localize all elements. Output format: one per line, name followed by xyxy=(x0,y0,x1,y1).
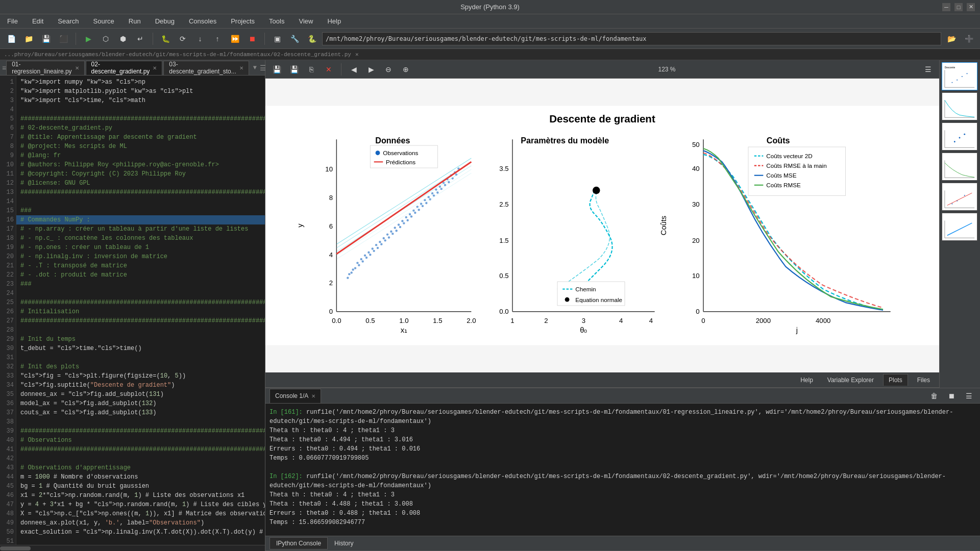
copy-plot-button[interactable]: ⎘ xyxy=(304,62,318,77)
plot-area: Descente de gradient Données y xyxy=(265,79,939,372)
svg-point-52 xyxy=(364,254,366,256)
svg-point-103 xyxy=(593,187,600,194)
thumbnail-6[interactable] xyxy=(942,213,977,241)
plot-options-button[interactable]: ☰ xyxy=(921,62,935,77)
menu-help[interactable]: Help xyxy=(324,16,344,26)
menu-projects[interactable]: Projects xyxy=(228,16,258,26)
continue-button[interactable]: ⏩ xyxy=(228,32,242,46)
svg-text:x₁: x₁ xyxy=(401,326,407,334)
svg-point-85 xyxy=(376,151,380,155)
maximize-button[interactable]: □ xyxy=(954,3,963,11)
step-out-button[interactable]: ↑ xyxy=(210,32,225,46)
run-cell-advance-button[interactable]: ⬢ xyxy=(116,32,130,46)
thumbnail-5[interactable] xyxy=(942,183,977,211)
h-scrollbar-thumb[interactable] xyxy=(0,546,31,550)
add-path-button[interactable]: ➕ xyxy=(962,32,976,46)
svg-point-62 xyxy=(401,220,403,222)
debug-button[interactable]: 🐛 xyxy=(158,32,173,46)
path-input[interactable]: /mnt/home2/phroy/Bureau/seriousgames/ble… xyxy=(322,32,941,45)
line-numbers: 1234567891011121314151617181920212223242… xyxy=(0,76,16,545)
new-file-button[interactable]: 📄 xyxy=(4,32,18,46)
step-button[interactable]: ⟳ xyxy=(176,32,190,46)
tab-regression-close[interactable]: ✕ xyxy=(75,65,79,71)
run-line-button[interactable]: ↵ xyxy=(133,32,148,46)
svg-text:4: 4 xyxy=(619,317,623,324)
svg-text:j: j xyxy=(796,326,798,334)
menu-search[interactable]: Search xyxy=(55,16,82,26)
tab-stochastic[interactable]: 03-descente_gradient_sto... ✕ xyxy=(163,61,249,75)
tab-overflow-button[interactable]: ▼ xyxy=(250,64,260,71)
thumbnail-3[interactable] xyxy=(942,122,977,151)
console-tab-close[interactable]: ✕ xyxy=(311,393,315,399)
svg-text:50: 50 xyxy=(692,141,700,148)
plot-tab-files[interactable]: Files xyxy=(912,374,935,386)
menu-view[interactable]: View xyxy=(296,16,316,26)
step-into-button[interactable]: ↓ xyxy=(193,32,207,46)
settings-button[interactable]: 🔧 xyxy=(287,32,302,46)
tab-descente[interactable]: 02-descente_gradient.py ✕ xyxy=(86,61,163,75)
svg-text:Coûts RMSE à la main: Coûts RMSE à la main xyxy=(766,162,827,169)
minimize-button[interactable]: ─ xyxy=(942,3,950,11)
plot-svg: Descente de gradient Données y xyxy=(265,79,939,372)
toggle-panel-button[interactable]: ▣ xyxy=(270,32,284,46)
save-all-button[interactable]: ⬛ xyxy=(56,32,70,46)
svg-point-107 xyxy=(565,297,570,302)
menu-edit[interactable]: Edit xyxy=(29,16,46,26)
next-plot-button[interactable]: ▶ xyxy=(364,62,378,77)
svg-point-155 xyxy=(951,204,952,205)
menu-tools[interactable]: Tools xyxy=(266,16,287,26)
run-cell-button[interactable]: ⬡ xyxy=(99,32,113,46)
svg-text:20: 20 xyxy=(692,237,700,244)
toolbar: 📄 📁 💾 ⬛ ▶ ⬡ ⬢ ↵ 🐛 ⟳ ↓ ↑ ⏩ ⏹ ▣ 🔧 🐍 /mnt/h… xyxy=(0,29,980,49)
zoom-plus-button[interactable]: ⊕ xyxy=(399,62,413,77)
browse-button[interactable]: 📂 xyxy=(944,32,959,46)
tab-descente-close[interactable]: ✕ xyxy=(153,65,157,71)
open-file-button[interactable]: 📁 xyxy=(21,32,36,46)
svg-text:6: 6 xyxy=(329,222,333,230)
window-controls[interactable]: ─ □ ✕ xyxy=(942,3,975,11)
svg-point-27 xyxy=(380,243,382,245)
run-button[interactable]: ▶ xyxy=(81,32,95,46)
file-path-close[interactable]: ✕ xyxy=(355,51,359,58)
plot-tab-plots[interactable]: Plots xyxy=(883,374,908,386)
save-file-button[interactable]: 💾 xyxy=(39,32,53,46)
thumbnail-1[interactable]: Descente xyxy=(942,62,977,90)
svg-point-51 xyxy=(360,258,362,260)
close-plot-button[interactable]: ✕ xyxy=(322,62,336,77)
interrupt-console-button[interactable]: ⏹ xyxy=(944,389,959,403)
panel-toggle-button[interactable]: ≡ xyxy=(2,62,6,73)
plot-tab-help[interactable]: Help xyxy=(795,374,818,386)
editor-tab-bar: ≡ 01-regression_lineaire.py ✕ 02-descent… xyxy=(0,60,265,76)
console-entry-161: In [161]: runfile('/mnt/home2/phroy/Bure… xyxy=(270,408,976,463)
menu-source[interactable]: Source xyxy=(90,16,117,26)
save-plot-button[interactable]: 💾 xyxy=(270,62,284,77)
console-tab-1a[interactable]: Console 1/A ✕ xyxy=(270,389,321,403)
clear-console-button[interactable]: 🗑 xyxy=(927,389,941,403)
menu-run[interactable]: Run xyxy=(126,16,144,26)
menu-file[interactable]: File xyxy=(4,16,21,26)
status-tab-history[interactable]: History xyxy=(328,537,360,549)
console-options-button[interactable]: ☰ xyxy=(962,389,976,403)
stop-button[interactable]: ⏹ xyxy=(245,32,259,46)
svg-text:40: 40 xyxy=(692,165,700,172)
save-plot-all-button[interactable]: 💾 xyxy=(287,62,301,77)
tab-regression[interactable]: 01-regression_lineaire.py ✕ xyxy=(6,61,84,75)
python-button[interactable]: 🐍 xyxy=(305,32,319,46)
zoom-minus-button[interactable]: ⊖ xyxy=(381,62,396,77)
plot-tab-variable-explorer[interactable]: Variable Explorer xyxy=(822,374,879,386)
svg-point-28 xyxy=(384,239,386,241)
svg-point-60 xyxy=(394,227,396,229)
thumbnail-4[interactable] xyxy=(942,153,977,181)
tab-stochastic-close[interactable]: ✕ xyxy=(239,65,243,71)
close-button[interactable]: ✕ xyxy=(967,3,975,11)
prev-plot-button[interactable]: ◀ xyxy=(347,62,361,77)
svg-point-157 xyxy=(964,195,965,196)
console-output[interactable]: In [161]: runfile('/mnt/home2/phroy/Bure… xyxy=(265,404,980,536)
thumbnail-2[interactable] xyxy=(942,92,977,120)
menu-debug[interactable]: Debug xyxy=(152,16,178,26)
h-scrollbar[interactable] xyxy=(0,545,265,551)
file-path-bar: ...phroy/Bureau/seriousgames/blender-edu… xyxy=(0,49,980,60)
status-tab-ipython[interactable]: IPython Console xyxy=(270,537,328,549)
code-content[interactable]: "kw">import numpy "kw">as "cls">np "kw">… xyxy=(16,76,265,545)
menu-consoles[interactable]: Consoles xyxy=(186,16,219,26)
